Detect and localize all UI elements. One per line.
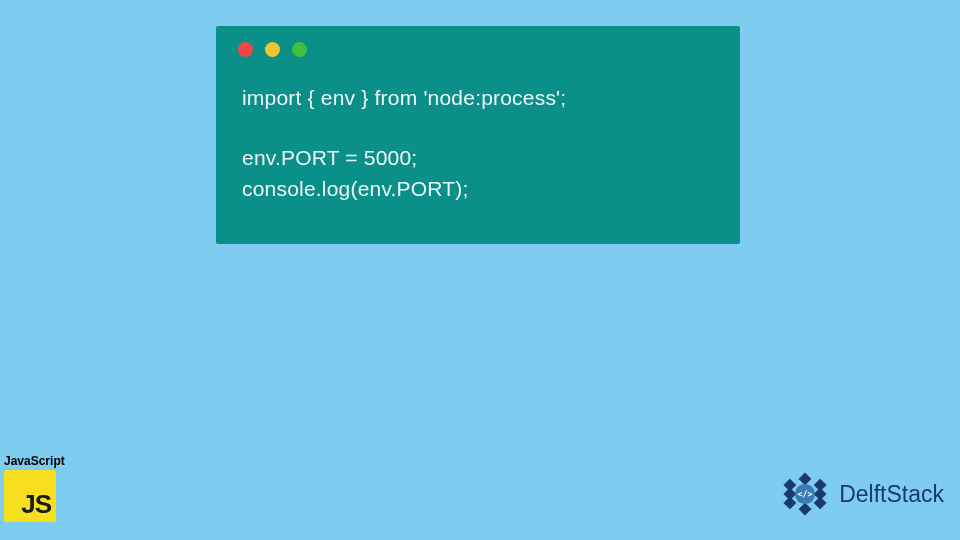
svg-text:</>: </> [798, 489, 813, 499]
delftstack-brand: </> DelftStack [777, 466, 944, 522]
svg-marker-7 [784, 479, 796, 491]
javascript-logo: JS [4, 470, 56, 522]
javascript-logo-text: JS [21, 489, 51, 520]
code-line-3: console.log(env.PORT); [242, 174, 714, 204]
javascript-label: JavaScript [4, 454, 70, 468]
javascript-badge: JavaScript JS [4, 454, 70, 522]
delftstack-logo-icon: </> [777, 466, 833, 522]
minimize-icon [265, 42, 280, 57]
code-line-1: import { env } from 'node:process'; [242, 83, 714, 113]
blank-line [242, 113, 714, 143]
window-controls [216, 26, 740, 57]
code-body: import { env } from 'node:process'; env.… [216, 57, 740, 204]
close-icon [238, 42, 253, 57]
svg-marker-0 [799, 473, 811, 485]
svg-marker-3 [814, 497, 826, 509]
code-line-2: env.PORT = 5000; [242, 143, 714, 173]
code-window: import { env } from 'node:process'; env.… [216, 26, 740, 244]
svg-marker-4 [799, 503, 811, 515]
delftstack-text: DelftStack [839, 481, 944, 508]
maximize-icon [292, 42, 307, 57]
